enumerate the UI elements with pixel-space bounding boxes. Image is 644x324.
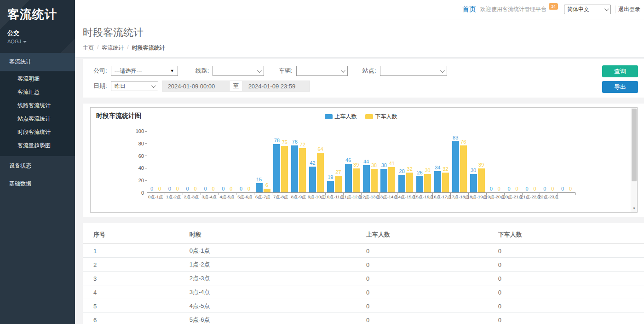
station-select[interactable]: [380, 66, 447, 76]
bar-boarding: [416, 176, 423, 192]
vehicle-select[interactable]: [296, 66, 348, 76]
table-column-header: 下车人数: [498, 225, 644, 244]
x-axis-tick: [236, 193, 236, 195]
table-cell: 3点-4点: [190, 285, 366, 299]
bar-value-label: 41: [383, 161, 401, 166]
table-cell: 1: [83, 244, 190, 258]
org-name: 公交: [7, 29, 75, 37]
legend-swatch: [365, 114, 373, 119]
sidebar-item-5[interactable]: 时段客流统计: [0, 126, 75, 139]
bar-alighting: [317, 153, 324, 192]
table-cell: 5: [83, 299, 190, 313]
bar-value-label: 30: [465, 168, 482, 173]
table-cell: 0: [366, 258, 498, 272]
sidebar-nav: 客流统计客流明细客流汇总线路客流统计站点客流统计时段客流统计客流量趋势图设备状态…: [0, 53, 75, 193]
y-axis-label: 40: [130, 165, 144, 171]
table-row: 32点-3点00: [83, 272, 644, 285]
bar-alighting: [424, 174, 431, 192]
bar-boarding: [434, 171, 441, 192]
export-button[interactable]: 导出: [602, 81, 638, 93]
breadcrumb-current: 时段客流统计: [132, 44, 165, 52]
bar-value-label: 72: [294, 142, 311, 147]
welcome-text: 欢迎使用客流统计管理平台: [480, 6, 546, 13]
table-cell: 0: [498, 244, 644, 258]
table-cell: 0: [366, 299, 498, 313]
language-select[interactable]: 简体中文: [564, 5, 611, 14]
sidebar-item-4[interactable]: 站点客流统计: [0, 112, 75, 126]
date-to-input[interactable]: 2024-01-09 23:59: [242, 81, 310, 92]
sidebar-item-1[interactable]: 客流明细: [0, 72, 75, 86]
table-cell: 2: [83, 258, 190, 272]
date-range-separator: 至: [230, 81, 242, 92]
bar-value-label: 27: [329, 169, 347, 175]
table-cell: 0: [366, 313, 498, 324]
table-row: 21点-2点00: [83, 258, 644, 272]
content: 公司: ---请选择---▼ 线路: 车辆: 站点:: [75, 58, 644, 324]
x-axis-tick: [486, 193, 487, 195]
legend-item[interactable]: 上车人数: [325, 113, 357, 121]
query-button[interactable]: 查询: [602, 65, 638, 77]
x-axis-tick: [397, 193, 397, 195]
y-axis-label: 60: [130, 153, 144, 159]
table-cell: 0: [498, 272, 644, 285]
bar-alighting: [371, 169, 378, 192]
home-link[interactable]: 首页: [462, 5, 476, 14]
company-label: 公司:: [93, 67, 107, 75]
line-select[interactable]: [213, 66, 264, 76]
y-axis-label: 100: [130, 128, 144, 134]
scrollbar-down-arrow-icon[interactable]: ▼: [631, 205, 637, 211]
table-row: 65点-6点00: [83, 313, 644, 324]
table-cell: 2点-3点: [190, 272, 366, 285]
table-cell: 0点-1点: [190, 244, 366, 258]
company-select[interactable]: ---请选择---▼: [111, 66, 178, 76]
table-panel: 序号时段上车人数下车人数 10点-1点0021点-2点0032点-3点0043点…: [83, 223, 644, 324]
bar-value-label: 76: [454, 139, 472, 145]
breadcrumb-home[interactable]: 主页: [83, 44, 94, 52]
breadcrumb-section[interactable]: 客流统计: [102, 44, 124, 52]
bar-alighting: [353, 168, 360, 192]
table-cell: 0: [366, 244, 498, 258]
table-row: 10点-1点00: [83, 244, 644, 258]
date-preset-select[interactable]: 昨日: [111, 81, 158, 91]
chevron-down-icon: [341, 68, 345, 73]
chart-vertical-scrollbar[interactable]: ▼: [631, 108, 637, 212]
x-axis-tick: [522, 193, 523, 195]
user-dropdown[interactable]: AQGJ: [7, 39, 75, 44]
bar-boarding: [398, 175, 405, 192]
x-axis-tick: [558, 193, 558, 195]
page-title: 时段客流统计: [83, 26, 644, 40]
sidebar-item-0[interactable]: 客流统计: [0, 53, 75, 71]
chevron-down-icon: [257, 68, 262, 73]
x-axis-tick: [361, 193, 362, 195]
table-cell: 0: [498, 285, 644, 299]
chart-legend: 上车人数下车人数: [91, 113, 631, 121]
app-root: 客流统计 公交 AQGJ 客流统计客流明细客流汇总线路客流统计站点客流统计时段客…: [0, 0, 644, 324]
x-axis-tick: [325, 193, 326, 195]
x-axis-tick: [272, 193, 272, 195]
bar-boarding: [291, 145, 298, 192]
sidebar-item-3[interactable]: 线路客流统计: [0, 99, 75, 112]
x-axis-tick: [432, 193, 433, 195]
sidebar-header: 客流统计 公交 AQGJ: [0, 0, 75, 53]
chart-panel: 时段车流统计图 上车人数下车人数 020406080100000点-1点001点…: [83, 104, 644, 217]
bar-boarding: [380, 169, 387, 192]
table-cell: 0: [498, 313, 644, 324]
table-cell: 0: [498, 299, 644, 313]
legend-item[interactable]: 下车人数: [365, 113, 397, 121]
logout-link[interactable]: 退出登录: [615, 6, 640, 13]
sidebar-item-8[interactable]: 基础数据: [0, 175, 75, 193]
bar-boarding: [327, 181, 334, 192]
sidebar-item-2[interactable]: 客流汇总: [0, 86, 75, 99]
notification-badge[interactable]: 34: [549, 3, 558, 10]
date-from-input[interactable]: 2024-01-09 00:00: [162, 81, 230, 92]
scrollbar-thumb[interactable]: [632, 109, 637, 181]
sidebar-item-7[interactable]: 设备状态: [0, 157, 75, 175]
bar-value-label: 19: [322, 174, 339, 180]
page-heading: 时段客流统计 主页 / 客流统计 / 时段客流统计: [75, 19, 644, 58]
chevron-down-icon: [23, 41, 27, 43]
table-column-header: 上车人数: [366, 225, 498, 244]
x-axis-tick: [165, 193, 165, 195]
sidebar: 客流统计 公交 AQGJ 客流统计客流明细客流汇总线路客流统计站点客流统计时段客…: [0, 0, 75, 324]
table-cell: 1点-2点: [190, 258, 366, 272]
sidebar-item-6[interactable]: 客流量趋势图: [0, 139, 75, 152]
